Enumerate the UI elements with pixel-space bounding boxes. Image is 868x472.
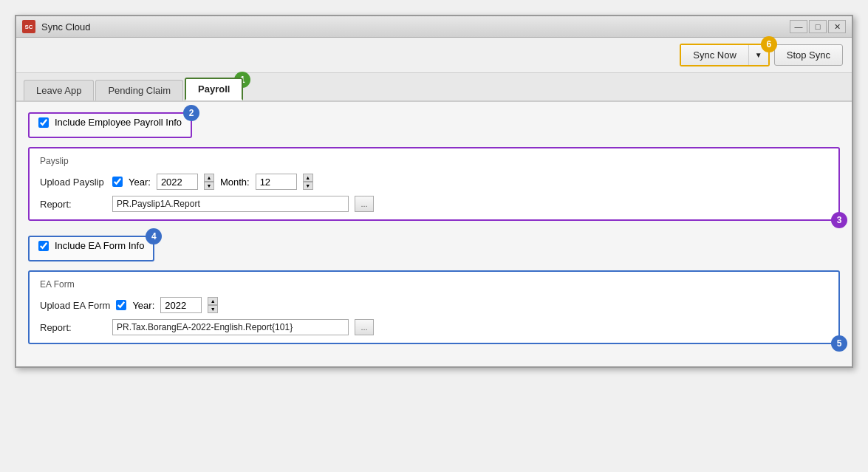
app-icon: SC <box>22 20 35 33</box>
payslip-report-row: Report: ... <box>40 196 828 212</box>
include-payroll-border: Include Employee Payroll Info <box>28 112 192 138</box>
ea-year-down-button[interactable]: ▼ <box>208 305 218 313</box>
window-title: Sync Cloud <box>41 21 90 33</box>
payroll-section-badge: 2 <box>183 105 199 121</box>
ea-year-spinner: ▲ ▼ <box>208 297 218 313</box>
ea-form-group-label: EA Form <box>40 279 828 290</box>
ea-report-label: Report: <box>40 322 106 333</box>
ea-year-up-button[interactable]: ▲ <box>208 297 218 305</box>
tab-leave-app[interactable]: Leave App <box>24 80 94 100</box>
payslip-box-badge: 3 <box>831 212 847 228</box>
month-input[interactable] <box>256 174 297 190</box>
upload-payslip-row: Upload Payslip Year: ▲ ▼ Month: <box>40 174 828 190</box>
ea-form-box-badge: 5 <box>831 335 847 352</box>
payslip-report-label: Report: <box>40 199 106 210</box>
include-ea-form-border: Include EA Form Info <box>28 236 154 261</box>
year-input[interactable] <box>157 174 198 190</box>
ea-form-box: EA Form Upload EA Form Year: ▲ ▼ <box>28 270 840 344</box>
include-payroll-label-row[interactable]: Include Employee Payroll Info <box>38 117 182 128</box>
ea-year-input[interactable] <box>160 297 202 313</box>
year-spinner: ▲ ▼ <box>204 174 214 190</box>
upload-ea-form-label[interactable]: Upload EA Form <box>40 300 126 311</box>
toolbar: Sync Now ▼ 6 Stop Sync <box>16 38 852 73</box>
upload-payslip-label[interactable]: Upload Payslip <box>40 177 123 188</box>
upload-ea-form-text: Upload EA Form <box>40 300 110 311</box>
ea-browse-button[interactable]: ... <box>355 319 374 335</box>
month-label: Month: <box>220 177 250 188</box>
main-window: SC Sync Cloud — □ ✕ Sync Now ▼ 6 Stop Sy… <box>15 15 853 368</box>
tabs-bar: Leave App Pending Claim Payroll 1 <box>16 73 852 102</box>
payslip-box: Payslip Upload Payslip Year: ▲ ▼ <box>28 147 840 221</box>
tab-payroll[interactable]: Payroll <box>185 78 243 100</box>
upload-payslip-text: Upload Payslip <box>40 177 106 188</box>
year-field-group: ▲ ▼ <box>157 174 214 190</box>
include-ea-form-text: Include EA Form Info <box>55 240 144 251</box>
tab-pending-claim[interactable]: Pending Claim <box>95 80 183 100</box>
year-up-button[interactable]: ▲ <box>204 174 214 182</box>
sync-now-group: Sync Now ▼ <box>680 44 769 66</box>
stop-sync-button[interactable]: Stop Sync <box>774 44 843 66</box>
year-down-button[interactable]: ▼ <box>204 182 214 190</box>
minimize-button[interactable]: — <box>790 20 807 33</box>
upload-ea-form-checkbox[interactable] <box>116 300 126 310</box>
toolbar-badge: 6 <box>761 36 777 52</box>
close-button[interactable]: ✕ <box>828 20 846 33</box>
ea-form-section-badge: 4 <box>146 228 162 244</box>
month-down-button[interactable]: ▼ <box>303 182 313 190</box>
tab-payroll-container: Payroll 1 <box>185 78 243 100</box>
panel-content: Include Employee Payroll Info 2 Payslip … <box>16 102 852 366</box>
sync-now-container: Sync Now ▼ 6 <box>680 44 769 66</box>
upload-payslip-checkbox[interactable] <box>112 177 123 187</box>
title-bar: SC Sync Cloud — □ ✕ <box>16 16 852 38</box>
month-up-button[interactable]: ▲ <box>303 174 313 182</box>
maximize-button[interactable]: □ <box>809 20 827 33</box>
month-spinner: ▲ ▼ <box>303 174 313 190</box>
include-ea-form-checkbox[interactable] <box>38 241 49 251</box>
year-label: Year: <box>129 177 151 188</box>
ea-form-box-wrapper: EA Form Upload EA Form Year: ▲ ▼ <box>28 270 840 344</box>
payslip-box-wrapper: Payslip Upload Payslip Year: ▲ ▼ <box>28 147 840 221</box>
ea-year-field-group: ▲ ▼ <box>160 297 218 313</box>
include-ea-form-wrapper: Include EA Form Info 4 <box>28 236 154 264</box>
include-ea-form-label-row[interactable]: Include EA Form Info <box>38 240 144 251</box>
upload-ea-form-row: Upload EA Form Year: ▲ ▼ <box>40 297 828 313</box>
payslip-report-input[interactable] <box>112 196 349 212</box>
payslip-browse-button[interactable]: ... <box>355 196 374 212</box>
title-bar-left: SC Sync Cloud <box>22 20 90 33</box>
include-payroll-wrapper: Include Employee Payroll Info 2 <box>28 112 192 141</box>
ea-form-report-row: Report: ... <box>40 319 828 335</box>
include-payroll-checkbox[interactable] <box>38 117 49 128</box>
payslip-group-label: Payslip <box>40 156 828 166</box>
month-field-group: ▲ ▼ <box>256 174 313 190</box>
ea-report-input[interactable] <box>112 319 349 335</box>
window-controls: — □ ✕ <box>790 20 846 33</box>
sync-now-button[interactable]: Sync Now <box>681 45 749 65</box>
ea-year-label: Year: <box>132 300 154 311</box>
include-payroll-text: Include Employee Payroll Info <box>55 117 182 128</box>
